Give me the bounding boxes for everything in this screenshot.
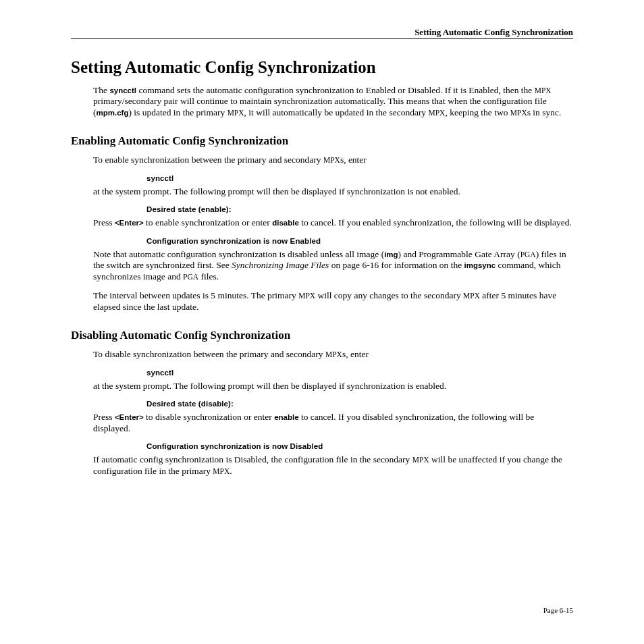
enable-p2: at the system prompt. The following prom…: [93, 186, 573, 197]
disable-p1: To disable synchronization between the p…: [93, 349, 573, 360]
enable-cmd1: syncctl: [146, 174, 573, 182]
disable-p3: Press <Enter> to disable synchronization…: [93, 412, 573, 434]
disable-cmd3: Configuration synchronization is now Dis…: [146, 442, 573, 450]
page-title: Setting Automatic Config Synchronization: [71, 58, 573, 77]
section-disable-heading: Disabling Automatic Config Synchronizati…: [71, 329, 573, 342]
disable-cmd2: Desired state (disable):: [146, 400, 573, 408]
intro-paragraph: The syncctl command sets the automatic c…: [93, 85, 573, 118]
enable-p1: To enable synchronization between the pr…: [93, 155, 573, 165]
disable-cmd1: syncctl: [146, 369, 573, 377]
enable-cmd2: Desired state (enable):: [146, 205, 573, 213]
enable-cmd3: Configuration synchronization is now Ena…: [146, 237, 573, 245]
section-enable-heading: Enabling Automatic Config Synchronizatio…: [71, 134, 573, 148]
enable-p3: Press <Enter> to enable synchronization …: [93, 217, 573, 228]
disable-p2: at the system prompt. The following prom…: [93, 381, 573, 392]
enable-p4: Note that automatic configuration synchr…: [93, 249, 573, 282]
running-header: Setting Automatic Config Synchronization: [71, 27, 573, 39]
disable-p4: If automatic config synchronization is D…: [93, 454, 573, 477]
page-number: Page 6-15: [543, 606, 573, 614]
enable-p5: The interval between updates is 5 minute…: [93, 290, 573, 313]
